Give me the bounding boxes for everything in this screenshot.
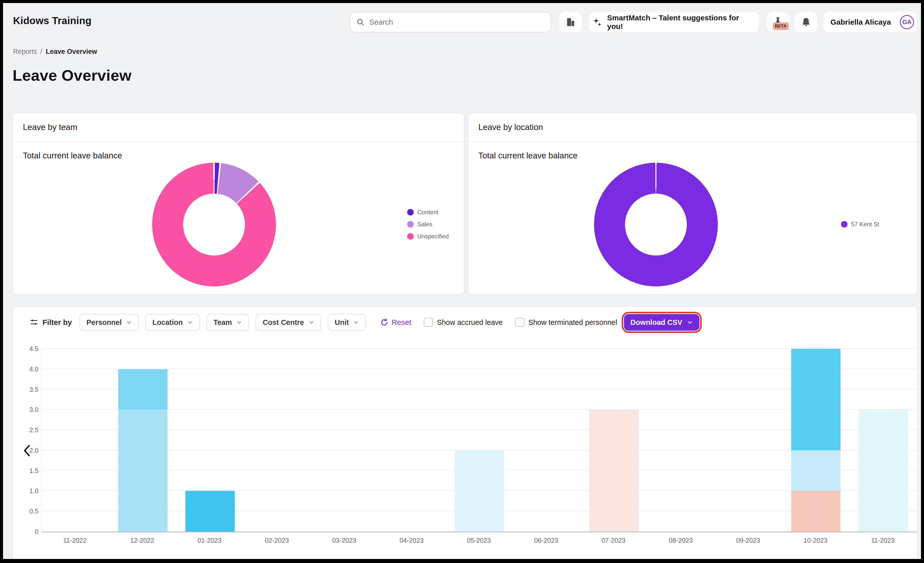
filter-chip-cost-centre[interactable]: Cost Centre	[255, 314, 321, 331]
bar-segment	[118, 410, 168, 532]
y-tick-label: 3.5	[16, 386, 39, 394]
bar-segment	[791, 450, 840, 491]
filter-by-group: Filter by	[29, 318, 72, 327]
breadcrumb-current: Leave Overview	[46, 48, 97, 55]
app-page: Kidows Training SmartMatch – Talent sugg…	[3, 3, 921, 559]
bar-11-2023	[859, 349, 908, 532]
filter-chip-label: Personnel	[87, 318, 122, 326]
legend-label: Sales	[417, 221, 432, 228]
y-tick-label: 0.5	[16, 508, 39, 515]
avatar: GA	[900, 15, 914, 29]
user-menu[interactable]: Gabriella Alicaya GA	[824, 12, 918, 33]
filter-chip-label: Cost Centre	[262, 318, 304, 326]
checkbox-label: Show terminated personnel	[528, 318, 617, 326]
legend-label: Content	[417, 209, 438, 216]
bar-10-2023	[791, 349, 840, 532]
sliders-icon	[29, 318, 39, 327]
leave-chart-card: Filter by PersonnelLocationTeamCost Cent…	[12, 306, 918, 559]
filter-chip-team[interactable]: Team	[207, 314, 249, 331]
filter-chip-unit[interactable]: Unit	[328, 314, 366, 331]
y-tick-label: 0	[16, 528, 39, 536]
y-tick-label: 4.5	[16, 345, 39, 353]
building-icon	[566, 17, 576, 27]
bar-segment	[118, 369, 168, 410]
bar-01-2023	[185, 349, 235, 532]
y-tick-label: 2.5	[16, 426, 39, 434]
donut-hole	[183, 194, 245, 256]
breadcrumb-separator: /	[40, 48, 42, 55]
x-tick-label: 05-2023	[445, 537, 513, 544]
legend-dot	[407, 233, 414, 240]
location-donut-chart	[594, 163, 718, 286]
x-tick-label: 01-2023	[176, 537, 243, 544]
x-tick-label: 08-2023	[647, 537, 714, 544]
y-tick-label: 4.0	[16, 365, 39, 373]
chevron-left-icon[interactable]	[22, 443, 34, 458]
x-tick-label: 10-2023	[782, 537, 849, 544]
download-csv-highlight-ring: Download CSV	[622, 312, 702, 333]
x-tick-label: 02-2023	[243, 537, 310, 544]
y-tick-label: 1.0	[16, 487, 39, 495]
reset-icon	[380, 318, 388, 326]
brand-title: Kidows Training	[13, 15, 92, 26]
leave-by-team-title: Leave by team	[13, 113, 464, 142]
chevron-down-icon	[236, 320, 242, 325]
x-tick-label: 07-2023	[580, 537, 647, 544]
x-tick-label: 12-2022	[109, 537, 176, 544]
filter-chip-personnel[interactable]: Personnel	[80, 314, 139, 331]
bar-segment	[859, 410, 908, 532]
filter-chip-label: Team	[213, 318, 232, 326]
download-csv-label: Download CSV	[630, 318, 682, 326]
download-csv-button[interactable]: Download CSV	[624, 314, 699, 331]
breadcrumb: Reports / Leave Overview	[13, 48, 97, 55]
x-tick-label: 11-2023	[849, 537, 916, 544]
x-tick-label: 11-2022	[41, 537, 109, 544]
leave-by-location-card: Leave by location Total current leave ba…	[468, 113, 918, 295]
filter-bar: Filter by PersonnelLocationTeamCost Cent…	[29, 314, 907, 331]
breadcrumb-reports[interactable]: Reports	[13, 48, 37, 55]
legend-dot	[407, 209, 414, 216]
chevron-down-icon	[126, 320, 132, 325]
filter-chip-location[interactable]: Location	[146, 314, 200, 331]
chevron-down-icon	[687, 319, 693, 325]
bar-segment	[791, 349, 840, 450]
y-tick-label: 3.0	[16, 406, 39, 414]
bar-segment	[455, 450, 504, 532]
checkbox-label: Show accrued leave	[437, 318, 502, 326]
checkbox[interactable]	[515, 318, 524, 327]
checkbox-groups: Show accrued leaveShow terminated person…	[411, 318, 617, 327]
x-tick-label: 03-2023	[310, 537, 378, 544]
bar-segment	[791, 491, 840, 532]
sparkles-icon	[591, 16, 603, 28]
organisation-button[interactable]	[560, 12, 582, 33]
team-legend: ContentSalesUnspecified	[407, 209, 448, 240]
y-tick-label: 1.5	[16, 467, 39, 475]
checkbox[interactable]	[424, 318, 433, 327]
notifications-button[interactable]	[795, 12, 818, 33]
legend-label: Unspecified	[417, 233, 448, 240]
team-subtitle: Total current leave balance	[23, 151, 122, 160]
reset-button[interactable]: Reset	[380, 318, 411, 326]
legend-item: Sales	[407, 221, 448, 228]
labs-button[interactable]: BETA	[766, 12, 789, 33]
x-tick-label: 06-2023	[513, 537, 580, 544]
checkbox-group-show-terminated-personnel: Show terminated personnel	[515, 318, 617, 327]
x-tick-label: 09-2023	[714, 537, 782, 544]
smartmatch-button[interactable]: SmartMatch – Talent suggestions for you!	[589, 12, 759, 33]
beta-badge: BETA	[773, 22, 789, 30]
legend-item: Content	[407, 209, 448, 216]
legend-dot	[841, 221, 848, 228]
search-input[interactable]	[369, 18, 545, 27]
bar-05-2023	[455, 349, 504, 532]
legend-item: 57 Kent St	[841, 221, 879, 228]
filter-chip-label: Location	[152, 318, 183, 326]
bar-07-2023	[589, 349, 639, 532]
search-bar[interactable]	[350, 12, 551, 33]
bar-segment	[589, 410, 639, 532]
x-tick-label: 04-2023	[378, 537, 445, 544]
filter-chip-label: Unit	[335, 318, 349, 326]
bell-icon	[801, 17, 812, 27]
chevron-down-icon	[188, 320, 193, 325]
user-name: Gabriella Alicaya	[831, 18, 891, 26]
page-title: Leave Overview	[13, 66, 132, 84]
